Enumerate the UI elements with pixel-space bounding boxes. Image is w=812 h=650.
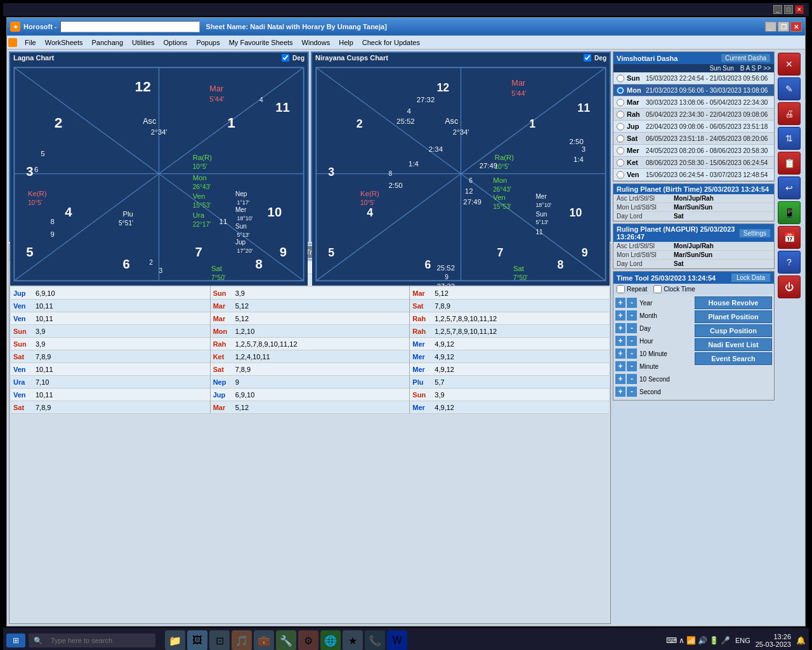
second-plus-btn[interactable]: + bbox=[615, 387, 625, 397]
menu-utilities[interactable]: Utilities bbox=[128, 37, 158, 48]
settings-btn[interactable]: Settings bbox=[739, 229, 771, 238]
photos-icon[interactable]: 🖼 bbox=[187, 630, 207, 650]
mon-dasha-radio[interactable] bbox=[617, 86, 624, 95]
day-plus-btn[interactable]: + bbox=[615, 323, 625, 333]
exit-icon-btn[interactable]: ⏻ bbox=[778, 275, 801, 298]
help-icon-btn[interactable]: ? bbox=[778, 251, 801, 274]
app-icon: ★ bbox=[10, 22, 20, 32]
svg-text:18°10': 18°10' bbox=[535, 202, 551, 208]
ten-minute-label: 10 Minute bbox=[638, 350, 667, 357]
house-revolve-btn[interactable]: House Revolve bbox=[695, 296, 772, 309]
month-plus-btn[interactable]: + bbox=[615, 310, 625, 321]
menu-help[interactable]: Help bbox=[335, 37, 357, 48]
report-icon-btn[interactable]: 📋 bbox=[778, 152, 801, 175]
close-icon-btn[interactable]: ✕ bbox=[778, 53, 801, 76]
minute-minus-btn[interactable]: - bbox=[627, 361, 637, 371]
ten-minute-minus-btn[interactable]: - bbox=[627, 348, 637, 359]
app3-icon[interactable]: ⚙ bbox=[298, 630, 318, 650]
ten-second-plus-btn[interactable]: + bbox=[615, 374, 625, 384]
table-row: Sun3,9 bbox=[11, 325, 210, 338]
calendar-icon-btn[interactable]: 📅 bbox=[778, 226, 801, 249]
print-icon-btn[interactable]: 🖨 bbox=[778, 102, 801, 125]
mer-dasha-radio[interactable] bbox=[617, 147, 624, 155]
phone-icon-btn[interactable]: 📱 bbox=[778, 201, 801, 224]
dasha-row[interactable]: Sun 15/03/2023 22:24:54 - 21/03/2023 09:… bbox=[613, 72, 774, 84]
menu-worksheets[interactable]: WorkSheets bbox=[41, 37, 87, 48]
clock-time-checkbox[interactable] bbox=[653, 285, 662, 293]
minimize-btn[interactable]: _ bbox=[773, 5, 782, 14]
day-minus-btn[interactable]: - bbox=[627, 323, 637, 333]
menu-options[interactable]: Options bbox=[159, 37, 191, 48]
year-plus-btn[interactable]: + bbox=[615, 298, 625, 308]
back-icon-btn[interactable]: ↩ bbox=[778, 176, 801, 199]
mar-dasha-radio[interactable] bbox=[617, 98, 624, 107]
ten-second-minus-btn[interactable]: - bbox=[627, 374, 637, 384]
dasha-row[interactable]: Sat 06/05/2023 23:51:18 - 24/05/2023 08:… bbox=[613, 133, 774, 145]
close-btn[interactable]: ✕ bbox=[795, 5, 804, 14]
dasha-row[interactable]: Mar 30/03/2023 13:08:06 - 05/04/2023 22:… bbox=[613, 96, 774, 109]
maximize-btn[interactable]: □ bbox=[784, 5, 793, 14]
start-button[interactable]: ⊞ bbox=[6, 633, 25, 647]
app-minimize-btn[interactable]: _ bbox=[765, 22, 776, 32]
app-close-btn[interactable]: ✕ bbox=[790, 22, 802, 32]
sun-dasha-radio[interactable] bbox=[617, 74, 624, 83]
music-icon[interactable]: 🎵 bbox=[232, 630, 252, 650]
month-minus-btn[interactable]: - bbox=[627, 310, 637, 321]
file-explorer-icon[interactable]: 📁 bbox=[165, 630, 185, 650]
sat-dasha-radio[interactable] bbox=[617, 135, 624, 143]
clock-time: 13:26 bbox=[756, 633, 791, 640]
ven-dasha-radio[interactable] bbox=[617, 171, 624, 179]
chevron-icon[interactable]: ∧ bbox=[679, 636, 684, 645]
nadi-event-list-btn[interactable]: Nadi Event List bbox=[695, 338, 772, 351]
menu-updates[interactable]: Check for Updates bbox=[358, 37, 424, 48]
ket-dasha-radio[interactable] bbox=[617, 159, 624, 167]
repeat-checkbox[interactable] bbox=[617, 285, 625, 293]
date-city-input[interactable]: 25/03/2023 13:24:54 City : NAGPUR 021:06… bbox=[60, 21, 200, 32]
second-minus-btn[interactable]: - bbox=[627, 387, 637, 397]
lagna-deg-checkbox[interactable] bbox=[282, 54, 289, 62]
dasha-row[interactable]: Rah 05/04/2023 22:34:30 - 22/04/2023 09:… bbox=[613, 109, 774, 121]
table-row: Sun3,9 bbox=[410, 388, 609, 401]
lock-data-btn[interactable]: Lock Data bbox=[731, 273, 771, 282]
current-dasha-btn[interactable]: Current Dasha bbox=[721, 53, 771, 63]
dasha-sun-header: Sun Sun bbox=[709, 65, 733, 72]
dasha-row-mon[interactable]: Mon 21/03/2023 09:56:06 - 30/03/2023 13:… bbox=[613, 84, 774, 96]
jup-dasha-radio[interactable] bbox=[617, 123, 624, 131]
table-row: Ven10,11 bbox=[11, 388, 210, 401]
ten-minute-plus-btn[interactable]: + bbox=[615, 348, 625, 359]
cusp-position-btn[interactable]: Cusp Position bbox=[695, 324, 772, 337]
taskbar-search[interactable] bbox=[46, 635, 147, 646]
dasha-row[interactable]: Jup 22/04/2023 09:08:06 - 06/05/2023 23:… bbox=[613, 121, 774, 133]
svg-text:12: 12 bbox=[436, 81, 449, 94]
dasha-row[interactable]: Mer 24/05/2023 08:20:06 - 08/06/2023 20:… bbox=[613, 145, 774, 157]
share-icon-btn[interactable]: ⇅ bbox=[778, 127, 801, 150]
edit-icon-btn[interactable]: ✎ bbox=[778, 77, 801, 100]
phone-app-icon[interactable]: 📞 bbox=[365, 630, 385, 650]
nirayana-deg-checkbox[interactable] bbox=[584, 54, 591, 62]
hour-plus-btn[interactable]: + bbox=[615, 336, 625, 346]
notification-icon[interactable]: 🔔 bbox=[796, 636, 806, 645]
year-minus-btn[interactable]: - bbox=[627, 298, 637, 308]
app-restore-btn[interactable]: ❐ bbox=[778, 22, 789, 32]
menu-favourite[interactable]: My Favourite Sheets bbox=[225, 37, 297, 48]
event-search-btn[interactable]: Event Search bbox=[695, 352, 772, 365]
browser-icon[interactable]: 🌐 bbox=[320, 630, 341, 650]
menu-popups[interactable]: Popups bbox=[192, 37, 223, 48]
rah-dasha-radio[interactable] bbox=[617, 110, 624, 119]
menu-windows[interactable]: Windows bbox=[298, 37, 334, 48]
planet-position-btn[interactable]: Planet Position bbox=[695, 310, 772, 323]
app4-icon[interactable]: ★ bbox=[343, 630, 363, 650]
menu-file[interactable]: File bbox=[21, 37, 40, 48]
dasha-row[interactable]: Ven 15/06/2023 06:24:54 - 03/07/2023 12:… bbox=[613, 169, 774, 181]
svg-text:2: 2 bbox=[55, 114, 63, 131]
dasha-row[interactable]: Ket 08/06/2023 20:58:30 - 15/06/2023 06:… bbox=[613, 157, 774, 169]
table-row: Sat7,8,9 bbox=[410, 300, 609, 312]
svg-text:Mon: Mon bbox=[193, 174, 207, 182]
hour-minus-btn[interactable]: - bbox=[627, 336, 637, 346]
taskview-icon[interactable]: ⊡ bbox=[209, 630, 230, 650]
word-icon[interactable]: W bbox=[387, 630, 407, 650]
app1-icon[interactable]: 💼 bbox=[254, 630, 274, 650]
app2-icon[interactable]: 🔧 bbox=[276, 630, 296, 650]
minute-plus-btn[interactable]: + bbox=[615, 361, 625, 371]
menu-panchang[interactable]: Panchang bbox=[88, 37, 127, 48]
